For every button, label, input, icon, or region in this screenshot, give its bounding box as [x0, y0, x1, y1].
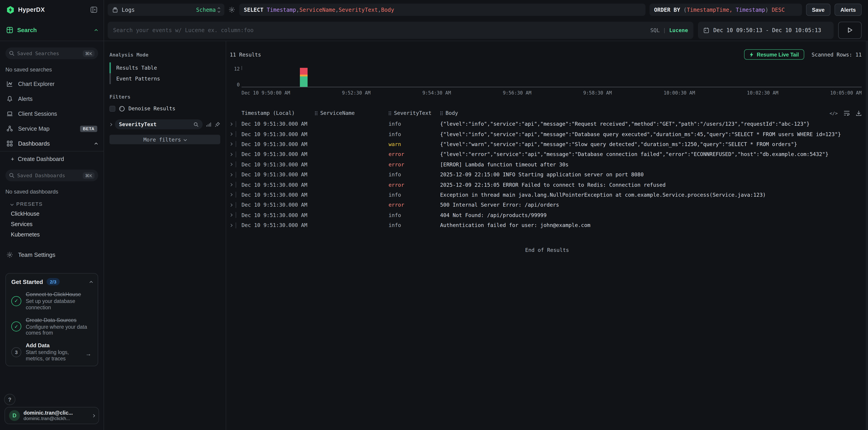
table-row[interactable]: Dec 10 9:51:30.000 AM info 2025-12-09 22… — [230, 170, 862, 180]
mode-results-table[interactable]: Results Table — [110, 62, 220, 73]
create-dashboard-button[interactable]: + Create Dashboard — [0, 152, 103, 167]
sidebar-item-dashboards[interactable]: Dashboards — [0, 136, 103, 152]
expand-row-icon[interactable] — [229, 163, 232, 166]
pin-icon[interactable] — [214, 122, 220, 127]
table-row[interactable]: Dec 10 9:51:30.000 AM error 2025-12-09 2… — [230, 180, 862, 190]
download-icon[interactable] — [856, 110, 862, 116]
more-filters-label: More filters — [144, 136, 181, 143]
sidebar-item-alerts[interactable]: Alerts — [0, 91, 103, 106]
table-row[interactable]: Dec 10 9:51:30.000 AM error {"level":"er… — [230, 149, 862, 159]
help-button[interactable]: ? — [4, 394, 16, 405]
cell-severity: warn — [389, 141, 440, 147]
expand-row-icon[interactable] — [229, 224, 232, 227]
paren: ) — [765, 6, 768, 13]
severity-filter-pill[interactable]: SeverityText — [115, 119, 203, 129]
bar-chart-icon[interactable] — [206, 122, 211, 127]
histogram-plot[interactable] — [242, 66, 862, 87]
drag-handle-icon[interactable] — [389, 111, 391, 115]
get-started-item-add-data[interactable]: 3 Add Data Start sending logs, metrics, … — [11, 342, 92, 362]
lucene-mode-toggle[interactable]: Lucene — [669, 27, 688, 33]
table-row[interactable]: Dec 10 9:51:30.000 AM info {"level":"inf… — [230, 119, 862, 129]
preset-services[interactable]: Services — [0, 219, 103, 229]
vertical-scrollbar[interactable] — [866, 41, 868, 430]
filters-panel: Analysis Mode Results Table Event Patter… — [104, 41, 226, 430]
table-row[interactable]: Dec 10 9:51:30.000 AM warn {"level":"war… — [230, 139, 862, 150]
presets-toggle[interactable]: PRESETS — [11, 201, 103, 207]
column-header-timestamp[interactable]: Timestamp (Local) — [242, 110, 315, 116]
get-started-item-connect[interactable]: ✓ Connect to ClickHouse Set up your data… — [11, 291, 92, 311]
resume-live-tail-button[interactable]: Resume Live Tail — [744, 49, 804, 60]
schema-label: Schema — [196, 6, 216, 13]
stacked-bar[interactable] — [300, 68, 308, 87]
table-row[interactable]: Dec 10 9:51:30.000 AM info 404 Not Found… — [230, 210, 862, 220]
saved-searches-box[interactable]: ⌘K — [5, 47, 98, 59]
saved-dashboards-box[interactable]: ⌘K — [5, 170, 98, 181]
more-filters-button[interactable]: More filters — [110, 135, 220, 144]
chevron-up-icon[interactable] — [90, 281, 93, 284]
table-row[interactable]: Dec 10 9:51:30.000 AM info Authenticatio… — [230, 220, 862, 230]
user-menu[interactable]: D dominic.tran@clic... dominic.tran@clic… — [4, 407, 99, 424]
chevron-right-icon[interactable] — [109, 123, 112, 126]
column-header-body[interactable]: Body — [440, 110, 862, 116]
expand-row-icon[interactable] — [229, 213, 232, 217]
denoise-checkbox[interactable] — [110, 106, 115, 111]
expand-row-icon[interactable] — [229, 143, 232, 146]
search-icon[interactable] — [194, 122, 198, 127]
get-started-item-sources[interactable]: ✓ Create Data Sources Configure where yo… — [11, 317, 92, 336]
table-row[interactable]: Dec 10 9:51:30.000 AM error [ERROR] Lamb… — [230, 159, 862, 170]
alerts-button[interactable]: Alerts — [835, 4, 862, 16]
results-area: 11 Results Resume Live Tail Scanned Rows… — [226, 41, 868, 430]
expand-row-icon[interactable] — [229, 193, 232, 196]
source-settings-gear-icon[interactable] — [228, 6, 235, 13]
filters-label: Filters — [110, 94, 220, 100]
preset-clickhouse[interactable]: ClickHouse — [0, 208, 103, 219]
chevron-up-icon[interactable] — [95, 29, 98, 32]
column-header-severitytext[interactable]: SeverityText — [389, 110, 440, 116]
cell-severity: error — [389, 181, 440, 188]
sidebar-item-service-map[interactable]: Service Map BETA — [0, 121, 103, 136]
drag-handle-icon[interactable] — [440, 111, 443, 115]
x-tick: 9:56:30 AM — [503, 90, 531, 95]
sidebar-item-chart-explorer[interactable]: Chart Explorer — [0, 76, 103, 91]
cell-timestamp: Dec 10 9:51:30.000 AM — [242, 202, 315, 208]
expand-row-icon[interactable] — [229, 183, 232, 186]
event-search-box[interactable]: SQL | Lucene — [107, 22, 693, 39]
denoise-results-toggle[interactable]: Denoise Results — [110, 105, 220, 112]
preset-kubernetes[interactable]: Kubernetes — [0, 229, 103, 240]
table-row[interactable]: Dec 10 9:51:30.000 AM info {"level":"inf… — [230, 129, 862, 139]
table-row[interactable]: Dec 10 9:51:30.000 AM error 500 Internal… — [230, 200, 862, 210]
run-query-button[interactable] — [838, 22, 862, 39]
x-tick: Dec 10 9:50:00 AM — [242, 90, 290, 95]
save-button[interactable]: Save — [806, 4, 831, 16]
search-section-icon — [6, 27, 13, 33]
expand-row-icon[interactable] — [229, 173, 232, 176]
wrap-text-icon[interactable] — [844, 110, 850, 116]
sidebar-item-search[interactable]: Search — [0, 20, 103, 41]
expand-row-icon[interactable] — [229, 122, 232, 126]
chevron-up-icon[interactable] — [95, 143, 98, 146]
date-range-picker[interactable]: Dec 10 09:50:13 - Dec 10 10:05:13 — [698, 22, 834, 39]
saved-searches-input[interactable] — [17, 51, 80, 56]
table-row[interactable]: Dec 10 9:51:30.000 AM info Exception in … — [230, 190, 862, 200]
column-header-servicename[interactable]: ServiceName — [315, 110, 389, 116]
event-search-input[interactable] — [113, 27, 647, 33]
expand-row-icon[interactable] — [229, 153, 232, 156]
code-view-icon[interactable]: </> — [830, 110, 838, 115]
get-started-card: Get Started 2/3 ✓ Connect to ClickHouse … — [5, 273, 98, 366]
expand-row-icon[interactable] — [229, 132, 232, 136]
sidebar-item-team-settings[interactable]: Team Settings — [0, 247, 103, 262]
schema-toggle[interactable]: Schema — [196, 6, 220, 13]
mode-event-patterns[interactable]: Event Patterns — [110, 73, 220, 84]
cell-body: {"level":"warn","service":"api","message… — [440, 141, 862, 147]
sidebar-item-client-sessions[interactable]: Client Sessions — [0, 106, 103, 121]
expand-row-icon[interactable] — [229, 203, 232, 207]
collapse-sidebar-icon[interactable] — [90, 6, 97, 13]
cell-timestamp: Dec 10 9:51:30.000 AM — [242, 192, 315, 198]
sql-mode-toggle[interactable]: SQL — [650, 27, 660, 33]
drag-handle-icon[interactable] — [315, 111, 317, 115]
saved-dashboards-input[interactable] — [17, 172, 80, 178]
order-by-input[interactable]: ORDER BY (TimestampTime, Timestamp) DESC — [650, 4, 802, 16]
source-select[interactable]: Logs Schema — [107, 4, 224, 16]
select-columns-input[interactable]: SELECT Timestamp,ServiceName,SeverityTex… — [239, 4, 646, 16]
x-tick: 10:05:00 AM — [830, 90, 862, 95]
